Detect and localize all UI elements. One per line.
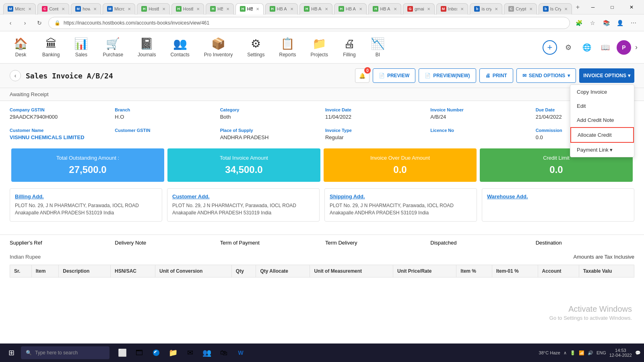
licence-no-label: Licence No — [430, 128, 529, 133]
start-button[interactable]: ⊞ — [3, 345, 19, 360]
reload-button[interactable]: ↻ — [34, 17, 45, 29]
invoice-date-label: Invoice Date — [325, 107, 424, 112]
nav-purchase[interactable]: 🛒 Purchase — [95, 34, 130, 61]
taskbar-search-box[interactable]: 🔍 Type here to search — [21, 346, 109, 359]
detail-row-1: Company GSTIN 29AADCK7940H000 Branch H.O… — [10, 107, 634, 120]
forward-button[interactable]: › — [19, 17, 31, 29]
add-credit-note-item[interactable]: Add Credit Note — [570, 113, 634, 127]
contacts-icon: 👥 — [173, 37, 187, 50]
taskbar-edge[interactable] — [148, 345, 164, 360]
nav-sales[interactable]: 📊 Sales — [67, 34, 95, 61]
copy-invoice-item[interactable]: Copy Invoice — [570, 85, 634, 99]
nav-pro-inventory[interactable]: 📦 Pro Inventory — [197, 34, 240, 61]
billing-address-box: Billing Add. PLOT No. 29, J N PHARMACITY… — [10, 188, 162, 222]
profile-button[interactable]: 👤 — [614, 17, 625, 29]
add-button[interactable]: + — [543, 40, 557, 55]
payment-link-label: Payment Link ▾ — [577, 147, 613, 153]
nav-reports[interactable]: 📋 Reports — [272, 34, 303, 61]
nav-journals[interactable]: 📓 Journals — [130, 34, 163, 61]
nav-filling[interactable]: 🖨 Filling — [335, 34, 363, 61]
table-section: Indian Rupee Amounts are Tax Inclusive S… — [0, 251, 644, 278]
flag-button[interactable]: 🌐 — [580, 40, 594, 55]
taskbar-taskview[interactable]: 🗔 — [131, 345, 147, 360]
preview-button[interactable]: 📄 PREVIEW — [373, 68, 415, 83]
invoice-actions: 🔔 0 📄 PREVIEW 📄 PREVIEW(NEW) 🖨 PRINT ✉ S… — [355, 68, 634, 83]
allocate-credit-item[interactable]: Allocate Credit — [570, 127, 634, 143]
shipping-add-link[interactable]: Shipping Add. — [330, 193, 472, 200]
taskbar-teams[interactable]: 👥 — [199, 345, 215, 360]
expand-chevron-button[interactable]: › — [635, 43, 638, 51]
edit-item[interactable]: Edit — [570, 99, 634, 113]
filling-icon: 🖨 — [344, 37, 355, 50]
browser-tab[interactable]: H HostBoo... ✕ — [137, 3, 170, 14]
taskbar-store[interactable]: 🛍 — [216, 345, 232, 360]
browser-tab[interactable]: H HB Acco... ✕ — [334, 3, 367, 14]
new-tab-button[interactable]: + — [574, 4, 582, 11]
nav-desk[interactable]: 🏠 Desk — [6, 34, 35, 61]
header-actions: + ⚙ 🌐 📖 P › — [543, 40, 638, 55]
notification-button[interactable]: 🔔 0 — [355, 68, 369, 83]
close-button[interactable]: ✕ — [622, 2, 641, 13]
active-browser-tab[interactable]: H HB - ... ✕ — [235, 3, 264, 14]
send-options-button[interactable]: ✉ SEND OPTIONS ▾ — [516, 68, 576, 83]
destination-field: Destination — [536, 240, 634, 246]
invoice-amount-value: 34,500.0 — [175, 164, 312, 175]
extensions-button[interactable]: 🧩 — [573, 17, 584, 29]
favorites-button[interactable]: ☆ — [587, 17, 598, 29]
browser-tab[interactable]: H HB Acco... ✕ — [265, 3, 298, 14]
browser-menu-button[interactable]: ⋯ — [628, 17, 639, 29]
window-controls: ─ □ ✕ — [584, 2, 641, 13]
nav-bi[interactable]: 📉 BI — [363, 34, 392, 61]
taskbar-word[interactable]: W — [233, 345, 249, 360]
nav-reports-label: Reports — [279, 52, 296, 58]
send-label: SEND OPTIONS — [529, 73, 566, 78]
browser-tab[interactable]: H HostBoo... ✕ — [171, 3, 204, 14]
customer-gstin-field: Customer GSTIN — [115, 128, 213, 140]
warehouse-add-link[interactable]: Warehouse Add. — [487, 193, 629, 200]
taskbar-mail[interactable]: ✉ — [182, 345, 198, 360]
browser-tab[interactable]: C Crypto A... ✕ — [504, 3, 537, 14]
send-icon: ✉ — [522, 73, 526, 78]
browser-tab[interactable]: b Is Crypto... ✕ — [539, 3, 572, 14]
taskbar-explorer[interactable]: 📁 — [165, 345, 181, 360]
browser-tab[interactable]: H HB Acco... ✕ — [299, 3, 332, 14]
browser-tab[interactable]: M how to... ✕ — [71, 3, 101, 14]
print-button[interactable]: 🖨 PRINT — [479, 68, 513, 83]
back-to-list-button[interactable]: ‹ — [10, 70, 21, 81]
taskbar-cortana[interactable]: ⬜ — [114, 345, 130, 360]
user-avatar-button[interactable]: P — [617, 40, 631, 55]
back-button[interactable]: ‹ — [5, 17, 16, 29]
send-chevron-icon: ▾ — [568, 73, 570, 78]
preview-new-button[interactable]: 📄 PREVIEW(NEW) — [419, 68, 476, 83]
browser-tab[interactable]: G gmail lo... ✕ — [403, 3, 435, 14]
browser-tab[interactable]: M Microsof... ✕ — [3, 3, 36, 14]
col-item-01-percent: Item-01 % — [492, 265, 538, 278]
branch-label: Branch — [115, 107, 213, 112]
browser-tab[interactable]: C Content... ✕ — [37, 3, 69, 14]
nav-banking[interactable]: 🏛 Banking — [35, 34, 67, 61]
taskbar-clock[interactable]: 14:53 12-04-2022 — [609, 348, 632, 358]
col-sr: Sr. — [10, 265, 32, 278]
billing-add-link[interactable]: Billing Add. — [15, 193, 157, 200]
term-delivery-label: Term Delivery — [325, 240, 357, 246]
nav-contacts[interactable]: 👥 Contacts — [163, 34, 196, 61]
browser-nav-icons: 🧩 ☆ 📚 👤 ⋯ — [573, 17, 639, 29]
browser-tab[interactable]: H HB - ... ✕ — [206, 3, 234, 14]
browser-tab[interactable]: H HB Acco... ✕ — [368, 3, 401, 14]
maximize-button[interactable]: □ — [603, 2, 621, 13]
browser-tab[interactable]: M Inbox (8... ✕ — [436, 3, 469, 14]
browser-tab[interactable]: M Microsof... ✕ — [103, 3, 135, 14]
payment-link-item[interactable]: Payment Link ▾ — [570, 143, 634, 157]
nav-projects[interactable]: 📁 Projects — [303, 34, 335, 61]
collections-button[interactable]: 📚 — [601, 17, 612, 29]
taskbar-notification-icon[interactable]: 💬 — [635, 350, 641, 356]
settings-gear-button[interactable]: ⚙ — [561, 40, 576, 55]
nav-settings[interactable]: ⚙ Settings — [240, 34, 272, 61]
browser-tab[interactable]: b is crypto... ✕ — [470, 3, 502, 14]
invoice-options-button[interactable]: INVOICE OPTIONS ▾ — [579, 68, 634, 83]
col-description: Description — [59, 265, 111, 278]
minimize-button[interactable]: ─ — [584, 2, 602, 13]
customer-add-link[interactable]: Customer Add. — [172, 193, 314, 200]
address-bar[interactable]: 🔒 https://inaccounts.hostbooks.com/accou… — [48, 17, 570, 29]
help-button[interactable]: 📖 — [598, 40, 613, 55]
